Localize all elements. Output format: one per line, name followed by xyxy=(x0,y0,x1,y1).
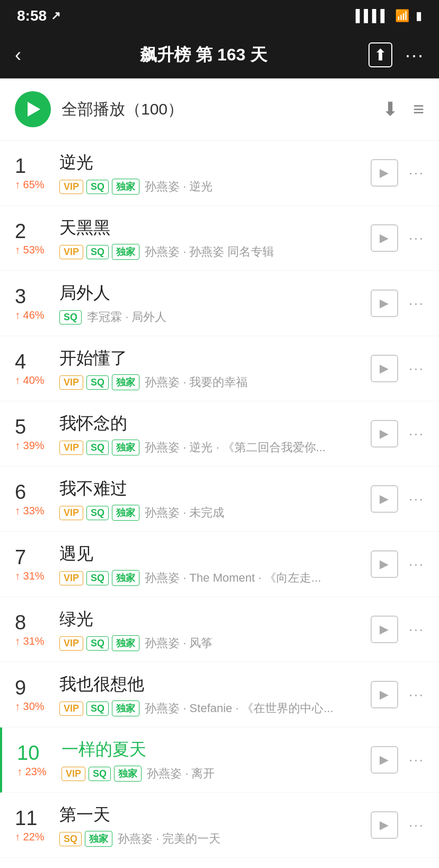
song-play-button[interactable]: ▶ xyxy=(371,616,398,643)
play-all-bar: 全部播放（100） ⬇ ≡ xyxy=(0,78,439,141)
badge-独家: 独家 xyxy=(112,440,139,455)
song-play-button[interactable]: ▶ xyxy=(371,290,398,317)
badge-独家: 独家 xyxy=(114,766,142,782)
rank-col: 1 65% xyxy=(15,155,51,191)
song-actions[interactable]: ▶ ··· xyxy=(371,355,424,382)
badge-sq: SQ xyxy=(89,767,111,781)
song-more-button[interactable]: ··· xyxy=(409,425,424,442)
song-more-button[interactable]: ··· xyxy=(409,686,424,703)
more-button[interactable]: ··· xyxy=(405,44,424,66)
song-play-button[interactable]: ▶ xyxy=(371,355,398,382)
song-actions[interactable]: ▶ ··· xyxy=(371,485,424,513)
song-rise: 30% xyxy=(15,700,51,713)
status-bar: 8:58 ↗ ▌▌▌▌ 📶 ▮ xyxy=(0,0,439,32)
song-more-button[interactable]: ··· xyxy=(409,621,424,638)
song-actions[interactable]: ▶ ··· xyxy=(371,224,424,252)
badge-sq: SQ xyxy=(86,180,109,194)
rank-col: 2 53% xyxy=(15,220,51,256)
song-meta: VIPSQ独家 孙燕姿 · Stefanie · 《在世界的中心... xyxy=(59,700,371,716)
wifi-icon: 📶 xyxy=(395,9,409,23)
rank-col: 3 46% xyxy=(15,285,51,321)
rank-col: 7 31% xyxy=(15,546,51,582)
song-play-button[interactable]: ▶ xyxy=(371,420,398,448)
share-button[interactable]: ⬆ xyxy=(368,42,392,67)
song-info: 遇见 VIPSQ独家 孙燕姿 · The Moment · 《向左走... xyxy=(59,542,371,586)
song-more-button[interactable]: ··· xyxy=(409,817,424,834)
song-actions[interactable]: ▶ ··· xyxy=(371,550,424,578)
song-title: 遇见 xyxy=(59,542,371,566)
list-item: 5 39% 我怀念的 VIPSQ独家 孙燕姿 · 逆光 · 《第二回合我爱你..… xyxy=(0,401,439,467)
song-play-button[interactable]: ▶ xyxy=(371,224,398,252)
song-play-button[interactable]: ▶ xyxy=(371,746,398,774)
song-info: 一样的夏天 VIPSQ独家 孙燕姿 · 离开 xyxy=(62,738,371,782)
song-sub: 孙燕姿 · The Moment · 《向左走... xyxy=(145,570,321,586)
song-actions[interactable]: ▶ ··· xyxy=(371,420,424,448)
badge-vip: VIP xyxy=(59,180,83,194)
song-sub: 孙燕姿 · 逆光 xyxy=(145,179,213,195)
back-button[interactable]: ‹ xyxy=(15,44,47,66)
song-info: 我不难过 VIPSQ独家 孙燕姿 · 未完成 xyxy=(59,477,371,521)
download-all-button[interactable]: ⬇ xyxy=(382,98,398,120)
badge-独家: 独家 xyxy=(112,635,139,651)
play-all-button[interactable] xyxy=(15,91,51,127)
song-title: 一样的夏天 xyxy=(62,738,371,761)
song-more-button[interactable]: ··· xyxy=(409,556,424,573)
list-item: 2 53% 天黑黑 VIPSQ独家 孙燕姿 · 孙燕姿 同名专辑 ▶ ··· xyxy=(0,206,439,271)
playlist-button[interactable]: ≡ xyxy=(413,98,424,120)
song-title: 第一天 xyxy=(59,803,371,827)
song-sub: 孙燕姿 · 未完成 xyxy=(145,505,224,521)
badge-独家: 独家 xyxy=(85,831,112,847)
song-info: 绿光 VIPSQ独家 孙燕姿 · 风筝 xyxy=(59,608,371,651)
song-more-button[interactable]: ··· xyxy=(409,230,424,247)
song-rise: 23% xyxy=(17,766,53,778)
song-more-button[interactable]: ··· xyxy=(409,295,424,312)
song-rank: 11 xyxy=(15,807,51,830)
song-actions[interactable]: ▶ ··· xyxy=(371,811,424,839)
song-meta: SQ独家 孙燕姿 · 完美的一天 xyxy=(59,831,371,847)
song-play-button[interactable]: ▶ xyxy=(371,550,398,578)
song-rise: 33% xyxy=(15,505,51,517)
song-sub: 孙燕姿 · 逆光 · 《第二回合我爱你... xyxy=(145,440,326,455)
song-info: 局外人 SQ 李冠霖 · 局外人 xyxy=(59,282,371,325)
song-meta: SQ 李冠霖 · 局外人 xyxy=(59,309,371,325)
song-more-button[interactable]: ··· xyxy=(409,490,424,507)
song-play-button[interactable]: ▶ xyxy=(371,811,398,839)
song-info: 天黑黑 VIPSQ独家 孙燕姿 · 孙燕姿 同名专辑 xyxy=(59,216,371,260)
song-title: 天黑黑 xyxy=(59,216,371,240)
rank-col: 9 30% xyxy=(15,677,51,713)
song-actions[interactable]: ▶ ··· xyxy=(371,290,424,317)
play-all-label: 全部播放（100） xyxy=(62,99,382,120)
song-actions[interactable]: ▶ ··· xyxy=(371,159,424,187)
page-title: 飙升榜 第 163 天 xyxy=(47,43,361,67)
song-title: 我不难过 xyxy=(59,477,371,501)
badge-sq: SQ xyxy=(86,441,109,455)
song-title: 我怀念的 xyxy=(59,412,371,435)
song-rank: 4 xyxy=(15,350,51,373)
rank-col: 6 33% xyxy=(15,481,51,517)
song-rank: 7 xyxy=(15,546,51,569)
song-more-button[interactable]: ··· xyxy=(409,164,424,181)
play-all-actions: ⬇ ≡ xyxy=(382,98,424,120)
badge-vip: VIP xyxy=(59,571,83,585)
song-rise: 65% xyxy=(15,179,51,191)
badge-vip: VIP xyxy=(59,636,83,651)
badge-sq: SQ xyxy=(86,375,109,390)
nav-actions: ⬆ ··· xyxy=(361,42,424,67)
list-item: 4 40% 开始懂了 VIPSQ独家 孙燕姿 · 我要的幸福 ▶ ··· xyxy=(0,336,439,401)
badge-sq: SQ xyxy=(86,571,109,585)
song-actions[interactable]: ▶ ··· xyxy=(371,681,424,708)
badge-sq: SQ xyxy=(86,506,109,520)
song-more-button[interactable]: ··· xyxy=(409,751,424,768)
song-meta: VIPSQ独家 孙燕姿 · 未完成 xyxy=(59,505,371,521)
song-actions[interactable]: ▶ ··· xyxy=(371,746,424,774)
song-more-button[interactable]: ··· xyxy=(409,360,424,377)
location-icon: ↗ xyxy=(51,9,60,23)
song-play-button[interactable]: ▶ xyxy=(371,681,398,708)
nav-bar: ‹ 飙升榜 第 163 天 ⬆ ··· xyxy=(0,32,439,78)
rank-col: 4 40% xyxy=(15,350,51,387)
song-title: 绿光 xyxy=(59,608,371,631)
song-actions[interactable]: ▶ ··· xyxy=(371,616,424,643)
song-info: 我怀念的 VIPSQ独家 孙燕姿 · 逆光 · 《第二回合我爱你... xyxy=(59,412,371,455)
song-play-button[interactable]: ▶ xyxy=(371,485,398,513)
song-play-button[interactable]: ▶ xyxy=(371,159,398,187)
